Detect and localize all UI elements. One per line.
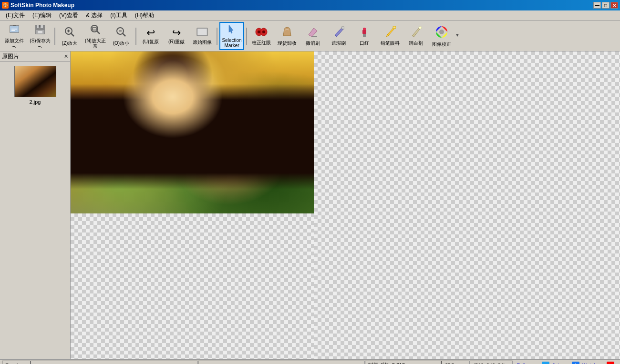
svg-rect-9 [38, 31, 42, 33]
svg-point-32 [419, 26, 422, 29]
menu-edit[interactable]: (E)编辑 [29, 10, 55, 20]
follow-us-link[interactable]: Follow us [517, 363, 538, 364]
status-dimensions-text: (510x340x24) [473, 363, 505, 364]
concealer-button[interactable]: 遮瑕刷 [326, 25, 351, 47]
sidebar-title-bar: 原图片 ✕ [0, 51, 70, 62]
toolbar: 添加文件=. (S)保存为=. + (Z)放大 (N)放大正常 (O)放小 ↩ … [0, 21, 620, 51]
svg-rect-2 [13, 25, 16, 26]
svg-point-24 [258, 30, 260, 33]
undo-label: (U)复原 [143, 39, 159, 44]
app-icon: 🎨 [2, 2, 9, 9]
whitener-icon [410, 26, 422, 40]
maximize-button[interactable]: □ [602, 2, 610, 9]
add-file-icon [9, 24, 20, 37]
lipstick-button[interactable]: 口红 [352, 25, 377, 47]
whitener-button[interactable]: 谱白剂 [403, 25, 428, 47]
canvas-area[interactable] [71, 51, 620, 359]
svg-point-26 [262, 30, 265, 33]
redo-icon: ↪ [172, 28, 181, 38]
watch-us-link[interactable]: Watch us [582, 363, 604, 364]
eyeliner-button[interactable]: 铅笔眼科 [378, 25, 403, 47]
zoom-normal-label: (N)放大正常 [84, 38, 106, 49]
undo-icon: ↩ [146, 28, 155, 38]
svg-line-19 [123, 33, 125, 36]
sidebar-close-button[interactable]: ✕ [64, 53, 68, 60]
eyeliner-label: 铅笔眼科 [381, 40, 400, 46]
concealer-label: 遮瑕刷 [331, 40, 346, 46]
status-format: JPG [441, 361, 470, 364]
menu-select[interactable]: & 选择 [82, 10, 106, 20]
lipstick-icon [359, 26, 370, 40]
minimize-button[interactable]: — [593, 2, 601, 9]
facebook-icon[interactable]: f [572, 362, 579, 364]
status-social-links: Follow us t Join us f Watch us ▶ [513, 362, 618, 364]
separator-3 [217, 28, 217, 45]
status-spacer-1 [31, 361, 198, 364]
selection-marker-label: SelectionMarker [222, 38, 241, 48]
selection-marker-button[interactable]: SelectionMarker [219, 22, 244, 50]
redo-button[interactable]: ↪ (R)重做 [164, 26, 189, 47]
save-icon [34, 24, 46, 37]
separator-2 [135, 28, 136, 45]
svg-rect-7 [39, 25, 41, 28]
image-correct-button[interactable]: 图像校正 [429, 24, 454, 48]
original-button[interactable]: 原始图像 [190, 26, 215, 47]
menu-tools[interactable]: (I)工具 [106, 10, 131, 20]
zoom-normal-icon [90, 24, 101, 37]
zoom-out-button[interactable]: (O)放小 [109, 25, 134, 47]
svg-point-15 [91, 25, 98, 32]
image-correct-label: 图像校正 [432, 41, 451, 47]
status-ready-text: Ready [5, 363, 21, 364]
person-overlay [71, 51, 314, 213]
redo-label: (R)重做 [168, 39, 185, 44]
thumbnail-filename: 2.jpg [30, 99, 41, 105]
status-time-text: 时间 (秒): 0.010 [368, 362, 405, 364]
menu-help[interactable]: (H)帮助 [131, 10, 158, 20]
thumbnail-inner [15, 66, 56, 97]
youtube-icon[interactable]: ▶ [607, 362, 614, 364]
join-us-link[interactable]: Join us [552, 363, 569, 364]
add-file-label: 添加文件=. [3, 38, 25, 49]
svg-line-16 [97, 31, 100, 34]
main-layout: 原图片 ✕ 2.jpg [0, 51, 620, 359]
toolbar-dropdown-arrow[interactable]: ▼ [455, 32, 460, 38]
zoom-in-button[interactable]: + (Z)放大 [57, 25, 82, 47]
add-file-button[interactable]: 添加文件=. [2, 22, 27, 50]
undo-button[interactable]: ↩ (U)复原 [138, 26, 163, 47]
close-button[interactable]: ✕ [610, 2, 618, 9]
eyeliner-icon [384, 26, 396, 40]
twitter-icon[interactable]: t [542, 362, 549, 364]
foundation-icon [281, 26, 293, 40]
zoom-normal-button[interactable]: (N)放大正常 [83, 22, 108, 50]
status-ready: Ready [2, 361, 31, 364]
lipstick-label: 口红 [360, 40, 369, 46]
red-eye-icon [255, 27, 268, 39]
separator-1 [54, 28, 55, 45]
canvas-right-area [314, 51, 620, 359]
status-spacer-2 [198, 361, 365, 364]
whitener-label: 谱白剂 [409, 40, 423, 46]
svg-rect-31 [393, 26, 396, 29]
zoom-out-icon [115, 26, 127, 40]
save-as-button[interactable]: (S)保存为=. [28, 22, 52, 50]
eraser-button[interactable]: 撒消刷 [300, 25, 325, 47]
title-bar: 🎨 SoftSkin Photo Makeup — □ ✕ [0, 0, 620, 10]
thumbnail-area: 2.jpg [0, 62, 70, 109]
zoom-in-icon: + [64, 26, 75, 40]
foundation-button[interactable]: 现货卸收 [275, 25, 300, 47]
red-eye-button[interactable]: 校正红眼 [249, 25, 274, 47]
sidebar-title-label: 原图片 [2, 52, 19, 61]
status-format-text: JPG [444, 363, 455, 364]
window-controls: — □ ✕ [593, 2, 618, 9]
svg-rect-22 [198, 29, 207, 35]
eraser-icon [307, 26, 319, 40]
status-bar: Ready 时间 (秒): 0.010 JPG (510x340x24) Fol… [0, 359, 620, 364]
red-eye-label: 校正红眼 [252, 40, 271, 45]
status-time: 时间 (秒): 0.010 [365, 361, 441, 364]
menu-file[interactable]: (E)文件 [2, 10, 29, 20]
separator-4 [246, 28, 247, 45]
status-dimensions: (510x340x24) [470, 361, 513, 364]
menu-view[interactable]: (V)查看 [55, 10, 82, 20]
thumbnail-image[interactable] [14, 66, 56, 97]
image-correct-icon [435, 25, 448, 40]
